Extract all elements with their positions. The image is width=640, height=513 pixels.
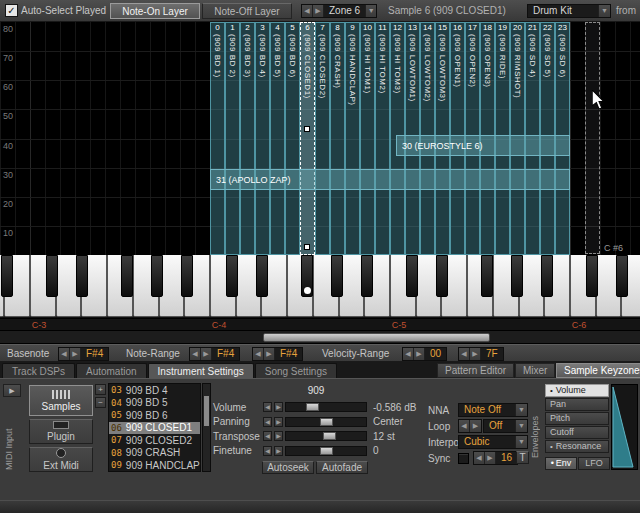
param-slider-handle[interactable] [320,418,333,426]
sample-list-row[interactable]: 05909 BD 6 [109,409,200,422]
param-decrement-button[interactable]: ◀ [263,417,272,427]
param-slider[interactable] [285,431,367,441]
param-increment-button[interactable]: ▶ [274,446,283,456]
envelope-target-cutoff[interactable]: Cutoff [545,426,609,439]
piano-key-black[interactable] [46,255,58,297]
view-button-sample-keyzones[interactable]: Sample Keyzones [556,363,640,378]
sync-next-button[interactable]: ▶ [485,452,496,464]
velocity-from-prev-button[interactable]: ◀ [403,348,414,360]
piano-key-black[interactable] [121,255,133,297]
loop-dropdown[interactable]: Off ▼ [483,419,528,433]
piano-key-black[interactable] [481,255,493,297]
auto-select-played-checkbox[interactable]: ✓ [5,4,18,17]
envelope-target-resonance[interactable]: •Resonance [545,440,609,453]
sync-checkbox[interactable] [458,453,469,464]
piano-key-black[interactable] [76,255,88,297]
sample-slot-add-button[interactable]: + [95,384,106,395]
loop-dropdown-icon[interactable]: ▼ [515,420,527,432]
instrument-type-ext-midi-button[interactable]: Ext Midi [29,447,93,472]
piano-key-black[interactable] [511,255,523,297]
piano-key-black[interactable] [436,255,448,297]
param-decrement-button[interactable]: ◀ [263,446,272,456]
param-decrement-button[interactable]: ◀ [263,402,272,412]
velocity-from-next-button[interactable]: ▶ [414,348,425,360]
view-button-mixer[interactable]: Mixer [515,363,555,378]
envelope-target-pan[interactable]: Pan [545,398,609,411]
keyzone-strip[interactable]: 5(909 BD 6) [285,22,300,255]
piano-key-black[interactable] [256,255,268,297]
preset-dropdown[interactable]: Drum Kit ▼ [527,4,611,18]
instrument-type-plugin-button[interactable]: Plugin [29,419,93,444]
velocity-to-next-button[interactable]: ▶ [470,348,481,360]
envelope-target-pitch[interactable]: Pitch [545,412,609,425]
keyzone-strip[interactable]: 4(909 BD 5) [270,22,285,255]
param-increment-button[interactable]: ▶ [274,431,283,441]
keyzone-editor[interactable]: 0(909 BD 1)1(909 BD 2)2(909 BD 3)3(909 B… [0,22,640,255]
loop-next-button[interactable]: ▶ [470,420,481,432]
sample-list[interactable]: 03909 BD 404909 BD 505909 BD 606909 CLOS… [108,383,201,472]
piano-key-black[interactable] [586,255,598,297]
interpolate-dropdown[interactable]: Cubic ▼ [458,435,528,449]
tab-automation[interactable]: Automation [76,363,147,378]
tab-song-settings[interactable]: Song Settings [255,363,337,378]
param-slider-handle[interactable] [323,432,336,440]
keyzone-strip[interactable]: 0(909 BD 1) [210,22,225,255]
piano-key-black[interactable] [181,255,193,297]
param-slider[interactable] [285,402,367,412]
basenote-next-button[interactable]: ▶ [70,348,81,360]
keyzone-overlay[interactable]: 30 (EUROSTYLE 6) [396,135,570,156]
sample-list-row[interactable]: 06909 CLOSED1 [109,422,200,435]
piano-key-black[interactable] [226,255,238,297]
keyzone-strip[interactable]: 9(909 HANDCLAP) [345,22,360,255]
piano-key-black[interactable] [151,255,163,297]
note-range-from-prev-button[interactable]: ◀ [190,348,201,360]
sync-prev-button[interactable]: ◀ [474,452,485,464]
param-slider-handle[interactable] [306,403,319,411]
keyzone-strip[interactable]: 1(909 BD 2) [225,22,240,255]
param-slider[interactable] [285,417,367,427]
scrollbar-handle[interactable] [263,333,490,342]
note-range-to-next-button[interactable]: ▶ [264,348,275,360]
keyzone-strip[interactable]: 3(909 BD 4) [255,22,270,255]
keyzone-overlay[interactable]: 31 (APOLLO ZAP) [210,169,570,190]
zone-resize-handle[interactable] [304,126,310,132]
piano-keyboard[interactable]: C-3C-4C-5C-6 [0,255,640,330]
keyzone-strip[interactable]: 6(909 CLOSED1) [300,22,315,255]
note-off-layer-button[interactable]: Note-Off Layer [202,3,292,19]
piano-key-black[interactable] [616,255,628,297]
sync-t-button[interactable]: T [516,451,529,464]
piano-key-black[interactable] [331,255,343,297]
zone-prev-button[interactable]: ◀ [302,5,313,17]
piano-key-black[interactable] [1,255,13,297]
param-increment-button[interactable]: ▶ [274,417,283,427]
sample-list-row[interactable]: 08909 CRASH [109,447,200,460]
velocity-to-prev-button[interactable]: ◀ [459,348,470,360]
sample-list-row[interactable]: 09909 HANDCLAP [109,459,200,472]
tab-track-dsps[interactable]: Track DSPs [2,363,75,378]
note-range-to-prev-button[interactable]: ◀ [253,348,264,360]
envelope-graph[interactable] [611,384,638,470]
envelope-target-volume[interactable]: •Volume [545,384,609,397]
sample-list-scrollbar-thumb[interactable] [204,396,209,426]
zone-next-button[interactable]: ▶ [313,5,324,17]
piano-key-black[interactable] [541,255,553,297]
keyzone-strip[interactable]: 7(909 CLOSED2) [315,22,330,255]
piano-key-black[interactable] [361,255,373,297]
zone-resize-handle[interactable] [304,244,310,250]
autoseek-button[interactable]: Autoseek [262,461,314,474]
keyboard-scrollbar[interactable] [0,330,640,344]
keyzone-strip[interactable]: 8(909 CRASH) [330,22,345,255]
param-slider[interactable] [285,446,367,456]
loop-prev-button[interactable]: ◀ [459,420,470,432]
preset-dropdown-icon[interactable]: ▼ [598,5,610,17]
expand-panel-button[interactable]: ▶ [3,384,21,397]
zone-dropdown-icon[interactable]: ▼ [365,5,376,17]
basenote-prev-button[interactable]: ◀ [59,348,70,360]
view-button-pattern-editor[interactable]: Pattern Editor [437,363,514,378]
autofade-button[interactable]: Autofade [316,461,368,474]
sample-list-row[interactable]: 07909 CLOSED2 [109,434,200,447]
piano-key-black[interactable] [406,255,418,297]
sample-list-row[interactable]: 04909 BD 5 [109,397,200,410]
sample-list-scrollbar[interactable] [202,383,211,472]
nna-dropdown-icon[interactable]: ▼ [515,404,527,416]
